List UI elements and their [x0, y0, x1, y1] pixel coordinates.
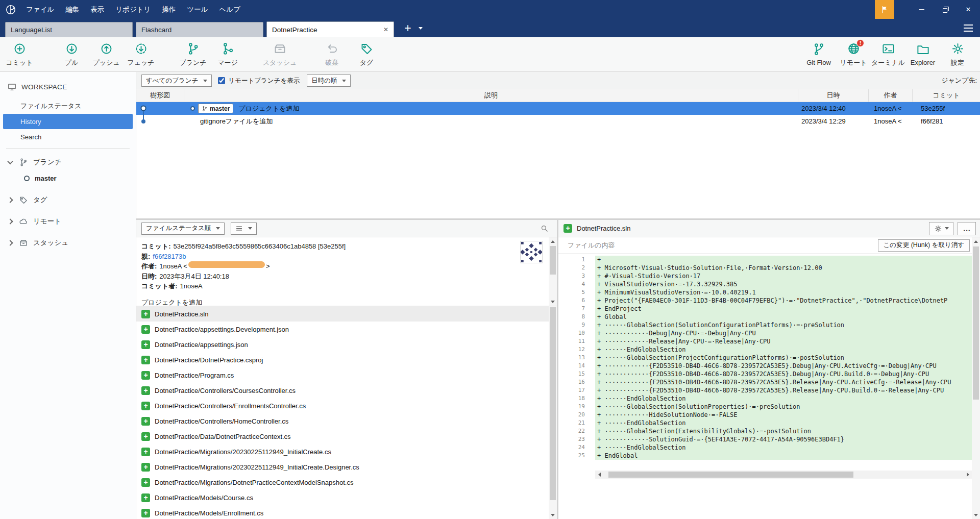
column-header-commit[interactable]: コミット [913, 89, 980, 102]
toolbar-button[interactable]: マージ [210, 39, 245, 70]
added-line-text: + ······EndGlobalSection [595, 345, 972, 354]
toolbar-button[interactable]: 設定 [940, 39, 975, 70]
file-row[interactable]: + DotnetPractice/Data/DotnetPracticeCont… [136, 429, 557, 444]
toolbar-button[interactable]: タグ [349, 39, 384, 70]
file-row[interactable]: + DotnetPractice/appsettings.Development… [136, 322, 557, 337]
file-row[interactable]: + DotnetPractice/appsettings.json [136, 337, 557, 352]
repo-tab[interactable]: Flashcard [136, 22, 263, 37]
sidebar-item[interactable]: Search [3, 129, 133, 144]
toolbar-button[interactable]: フェッチ [124, 39, 158, 70]
sidebar-section-tags[interactable]: タグ [0, 192, 136, 208]
close-tab-icon[interactable]: ✕ [381, 26, 390, 34]
file-name: DotnetPractice/appsettings.Development.j… [155, 326, 289, 333]
tag-icon [19, 195, 28, 205]
sort-order-select[interactable]: 日時の順 [307, 75, 351, 87]
file-list-scrollbar[interactable] [549, 306, 557, 519]
toolbar-button[interactable]: Explorer [905, 39, 940, 70]
toolbar-button[interactable]: ! リモート [836, 39, 871, 70]
menu-item[interactable]: ファイル [20, 0, 60, 19]
line-number: 20 [558, 411, 595, 419]
menu-item[interactable]: ヘルプ [214, 0, 246, 19]
diff-options-button[interactable] [929, 222, 953, 235]
sidebar-item[interactable]: History [3, 114, 133, 129]
sidebar-item-master-branch[interactable]: master [0, 170, 136, 186]
toolbar-button[interactable]: 破棄 [314, 39, 349, 70]
scroll-down-icon[interactable] [549, 298, 557, 306]
chevron-right-icon[interactable] [7, 218, 13, 224]
search-icon[interactable] [540, 224, 549, 233]
sidebar-section-branches[interactable]: ブランチ [0, 154, 136, 170]
scroll-right-icon[interactable] [964, 471, 972, 479]
chevron-right-icon[interactable] [7, 240, 13, 245]
discard-hunk-button[interactable]: この変更 (Hunk) を取り消す [878, 239, 970, 252]
file-sort-select[interactable]: ファイルステータス順 [141, 223, 225, 235]
column-header-author[interactable]: 作者 [869, 89, 913, 102]
toolbar-button[interactable]: プッシュ [89, 39, 124, 70]
menu-item[interactable]: リポジトリ [110, 0, 156, 19]
minimize-button[interactable] [910, 0, 933, 19]
discard-icon [325, 42, 339, 56]
scrollbar-thumb[interactable] [550, 246, 556, 275]
commit-row[interactable]: master プロジェクトを追加 2023/3/4 12:40 1noseA <… [136, 102, 980, 115]
view-mode-select[interactable] [231, 223, 257, 235]
commit-row[interactable]: gitignoreファイルを追加 2023/3/4 12:29 1noseA <… [136, 115, 980, 128]
menu-item[interactable]: 表示 [85, 0, 110, 19]
menu-item[interactable]: 編集 [60, 0, 85, 19]
notifications-flag-button[interactable] [875, 0, 894, 19]
menu-item[interactable]: ツール [181, 0, 213, 19]
toolbar-button[interactable]: コミット [2, 39, 37, 70]
file-row[interactable]: + DotnetPractice/Controllers/Enrollments… [136, 398, 557, 413]
file-row[interactable]: + DotnetPractice/Program.cs [136, 367, 557, 383]
file-row[interactable]: + DotnetPractice/Migrations/DotnetPracti… [136, 475, 557, 490]
more-options-button[interactable]: … [958, 222, 976, 235]
scrollbar-thumb[interactable] [608, 472, 853, 478]
menu-item[interactable]: 操作 [156, 0, 181, 19]
scrollbar-thumb[interactable] [550, 307, 556, 500]
toolbar-button[interactable]: ターミナル [871, 39, 905, 70]
repo-tab[interactable]: LanguageList [5, 22, 133, 37]
new-tab-button[interactable]: + [401, 22, 414, 34]
restore-button[interactable] [933, 0, 957, 19]
file-name: DotnetPractice/Controllers/CoursesContro… [155, 387, 296, 394]
hamburger-menu-icon[interactable] [964, 24, 973, 32]
file-row[interactable]: + DotnetPractice.sln [136, 306, 557, 322]
branch-filter-select[interactable]: すべてのブランチ [141, 75, 212, 87]
column-header-graph[interactable]: 樹形図 [136, 89, 184, 102]
diff-line: 10 + ············Debug|Any·CPU·=·Debug|A… [558, 329, 972, 337]
chevron-down-icon[interactable] [7, 159, 13, 164]
scroll-down-icon[interactable] [972, 511, 980, 519]
file-row[interactable]: + DotnetPractice/Models/Enrollment.cs [136, 505, 557, 519]
toolbar-button[interactable]: Git Flow [801, 39, 836, 70]
diff-line: 21 + ······EndGlobalSection [558, 419, 972, 427]
diff-vertical-scrollbar[interactable] [972, 237, 980, 519]
scroll-down-icon[interactable] [549, 511, 557, 519]
details-scrollbar[interactable] [549, 237, 557, 306]
repo-tab[interactable]: DotnetPractice ✕ [266, 21, 394, 37]
sidebar-item[interactable]: ファイルステータス [3, 98, 133, 114]
scrollbar-thumb[interactable] [973, 246, 979, 400]
close-button[interactable]: ✕ [957, 0, 980, 19]
show-remote-branches-checkbox[interactable]: リモートブランチを表示 [218, 77, 300, 85]
column-header-description[interactable]: 説明 [184, 89, 798, 102]
added-line-text: + ············{F2D53510-DB4D-46C6-8D78-2… [595, 370, 972, 378]
scroll-left-icon[interactable] [595, 471, 603, 479]
chevron-right-icon[interactable] [7, 197, 13, 203]
file-row[interactable]: + DotnetPractice/Migrations/202302251129… [136, 459, 557, 475]
sidebar-section-stashes[interactable]: スタッシュ [0, 235, 136, 251]
show-remote-branches-checkbox-input[interactable] [218, 77, 225, 84]
column-header-date[interactable]: 日時 [798, 89, 869, 102]
scroll-up-icon[interactable] [972, 237, 980, 245]
parent-commit-link[interactable]: f66f28173b [153, 252, 186, 262]
file-row[interactable]: + DotnetPractice/Models/Course.cs [136, 490, 557, 505]
file-row[interactable]: + DotnetPractice/Controllers/HomeControl… [136, 413, 557, 429]
toolbar-button[interactable]: スタッシュ [262, 39, 297, 70]
scroll-up-icon[interactable] [549, 237, 557, 245]
tab-list-dropdown-icon[interactable] [419, 27, 423, 30]
file-row[interactable]: + DotnetPractice/Controllers/CoursesCont… [136, 383, 557, 398]
diff-horizontal-scrollbar[interactable] [595, 471, 972, 479]
toolbar-button[interactable]: ブランチ [176, 39, 210, 70]
toolbar-button[interactable]: プル [54, 39, 89, 70]
file-row[interactable]: + DotnetPractice/DotnetPractice.csproj [136, 352, 557, 367]
sidebar-section-remotes[interactable]: リモート [0, 213, 136, 230]
file-row[interactable]: + DotnetPractice/Migrations/202302251129… [136, 444, 557, 459]
